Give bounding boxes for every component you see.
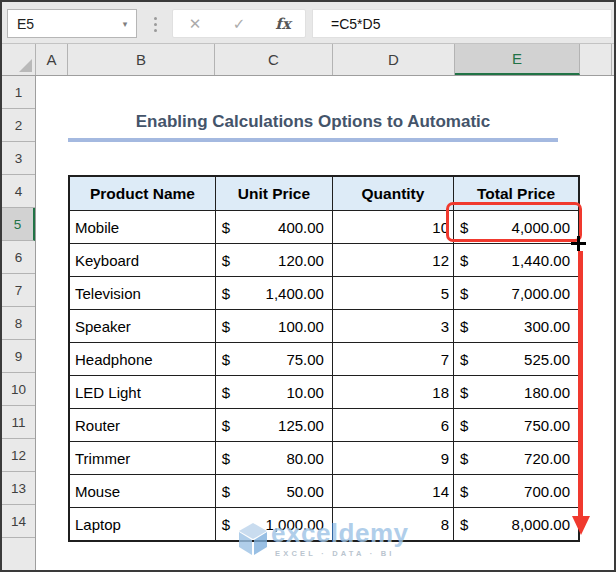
table-row: Router$125.006$750.00 xyxy=(70,408,578,441)
name-box-dropdown-icon[interactable]: ▾ xyxy=(114,19,136,29)
row-header-11[interactable]: 11 xyxy=(2,406,35,439)
cell-quantity[interactable]: 12 xyxy=(333,244,454,276)
fill-down-arrow-head xyxy=(572,516,590,535)
table-row: Trimmer$80.009$720.00 xyxy=(70,441,578,474)
cell-product-name[interactable]: Trimmer xyxy=(70,442,216,474)
cell-total-price[interactable]: $180.00 xyxy=(454,376,578,408)
cell-product-name[interactable]: Keyboard xyxy=(70,244,216,276)
formula-text: =C5*D5 xyxy=(313,16,380,32)
row-header-5[interactable]: 5 xyxy=(2,208,35,241)
cell-unit-price[interactable]: $80.00 xyxy=(216,442,333,474)
cell-unit-price[interactable]: $50.00 xyxy=(216,475,333,507)
cell-unit-price[interactable]: $125.00 xyxy=(216,409,333,441)
cell-product-name[interactable]: Router xyxy=(70,409,216,441)
select-all-triangle-icon xyxy=(19,59,32,72)
row-header-partial[interactable] xyxy=(2,538,35,571)
exceldemy-logo-icon xyxy=(238,522,268,556)
row-header-7[interactable]: 7 xyxy=(2,274,35,307)
row-header-2[interactable]: 2 xyxy=(2,109,35,142)
cell-total-price[interactable]: $300.00 xyxy=(454,310,578,342)
watermark-brand: exceldemy xyxy=(271,518,408,548)
cell-unit-price[interactable]: $100.00 xyxy=(216,310,333,342)
table-header-row: Product NameUnit PriceQuantityTotal Pric… xyxy=(70,177,578,210)
cell-product-name[interactable]: Speaker xyxy=(70,310,216,342)
worksheet-title: Enabling Calculations Options to Automat… xyxy=(68,107,558,137)
formula-button-group: ✕ ✓ fx xyxy=(172,9,306,38)
cell-quantity[interactable]: 14 xyxy=(333,475,454,507)
table-header-cell[interactable]: Total Price xyxy=(454,177,578,210)
row-header-1[interactable]: 1 xyxy=(2,76,35,109)
row-headers: 1234567891011121314 xyxy=(2,76,36,570)
enter-icon[interactable]: ✓ xyxy=(224,15,254,33)
table-row: LED Light$10.0018$180.00 xyxy=(70,375,578,408)
fill-down-arrow-line xyxy=(578,251,583,517)
cell-product-name[interactable]: Laptop xyxy=(70,508,216,540)
table-header-cell[interactable]: Unit Price xyxy=(216,177,333,210)
formula-bar[interactable]: =C5*D5 xyxy=(312,9,612,38)
title-underline xyxy=(68,138,558,142)
cell-quantity[interactable]: 5 xyxy=(333,277,454,309)
watermark-tagline: EXCEL · DATA · BI xyxy=(271,549,408,558)
column-header-D[interactable]: D xyxy=(333,44,455,75)
cell-quantity[interactable]: 10 xyxy=(333,211,454,243)
cell-total-price[interactable]: $525.00 xyxy=(454,343,578,375)
table-row: Headphone$75.007$525.00 xyxy=(70,342,578,375)
table-row: Mouse$50.0014$700.00 xyxy=(70,474,578,507)
cell-total-price[interactable]: $720.00 xyxy=(454,442,578,474)
cell-quantity[interactable]: 6 xyxy=(333,409,454,441)
name-box-value: E5 xyxy=(8,16,114,32)
row-header-8[interactable]: 8 xyxy=(2,307,35,340)
insert-function-icon[interactable]: fx xyxy=(268,15,298,33)
table-header-cell[interactable]: Product Name xyxy=(70,177,216,210)
cell-total-price[interactable]: $750.00 xyxy=(454,409,578,441)
cell-unit-price[interactable]: $10.00 xyxy=(216,376,333,408)
table-row: Speaker$100.003$300.00 xyxy=(70,309,578,342)
cell-product-name[interactable]: Mouse xyxy=(70,475,216,507)
cell-quantity[interactable]: 7 xyxy=(333,343,454,375)
cell-product-name[interactable]: Headphone xyxy=(70,343,216,375)
row-header-3[interactable]: 3 xyxy=(2,142,35,175)
column-headers: ABCDE xyxy=(2,44,614,76)
excel-window: E5 ▾ ✕ ✓ fx =C5*D5 ABCDE 123456789101112… xyxy=(0,0,616,572)
formula-bar-strip: E5 ▾ ✕ ✓ fx =C5*D5 xyxy=(2,2,614,44)
cell-product-name[interactable]: LED Light xyxy=(70,376,216,408)
table-row: Keyboard$120.0012$1,440.00 xyxy=(70,243,578,276)
table-row: Mobile$400.0010$4,000.00 xyxy=(70,210,578,243)
select-all-button[interactable] xyxy=(2,44,36,75)
cell-total-price[interactable]: $4,000.00 xyxy=(454,211,578,243)
row-header-10[interactable]: 10 xyxy=(2,373,35,406)
row-header-4[interactable]: 4 xyxy=(2,175,35,208)
cell-unit-price[interactable]: $120.00 xyxy=(216,244,333,276)
column-header-E[interactable]: E xyxy=(455,44,580,75)
cell-total-price[interactable]: $7,000.00 xyxy=(454,277,578,309)
exceldemy-watermark: exceldemy EXCEL · DATA · BI xyxy=(238,518,408,558)
formula-bar-resize-handle[interactable] xyxy=(150,11,160,37)
column-header-C[interactable]: C xyxy=(215,44,333,75)
row-header-12[interactable]: 12 xyxy=(2,439,35,472)
product-table: Product NameUnit PriceQuantityTotal Pric… xyxy=(68,175,580,542)
cell-quantity[interactable]: 3 xyxy=(333,310,454,342)
cell-total-price[interactable]: $700.00 xyxy=(454,475,578,507)
cell-unit-price[interactable]: $1,400.00 xyxy=(216,277,333,309)
cell-product-name[interactable]: Mobile xyxy=(70,211,216,243)
column-header-B[interactable]: B xyxy=(68,44,215,75)
cell-unit-price[interactable]: $75.00 xyxy=(216,343,333,375)
cancel-icon[interactable]: ✕ xyxy=(180,15,210,33)
cell-product-name[interactable]: Television xyxy=(70,277,216,309)
column-header-A[interactable]: A xyxy=(36,44,68,75)
table-row: Television$1,400.005$7,000.00 xyxy=(70,276,578,309)
row-header-13[interactable]: 13 xyxy=(2,472,35,505)
cell-quantity[interactable]: 9 xyxy=(333,442,454,474)
column-header-partial[interactable] xyxy=(580,44,612,75)
fill-handle-plus-cursor[interactable] xyxy=(571,236,586,251)
cell-unit-price[interactable]: $400.00 xyxy=(216,211,333,243)
cell-total-price[interactable]: $1,440.00 xyxy=(454,244,578,276)
name-box[interactable]: E5 ▾ xyxy=(7,9,137,38)
row-header-6[interactable]: 6 xyxy=(2,241,35,274)
table-header-cell[interactable]: Quantity xyxy=(333,177,454,210)
cell-total-price[interactable]: $8,000.00 xyxy=(454,508,578,540)
row-header-9[interactable]: 9 xyxy=(2,340,35,373)
cell-quantity[interactable]: 18 xyxy=(333,376,454,408)
row-header-14[interactable]: 14 xyxy=(2,505,35,538)
